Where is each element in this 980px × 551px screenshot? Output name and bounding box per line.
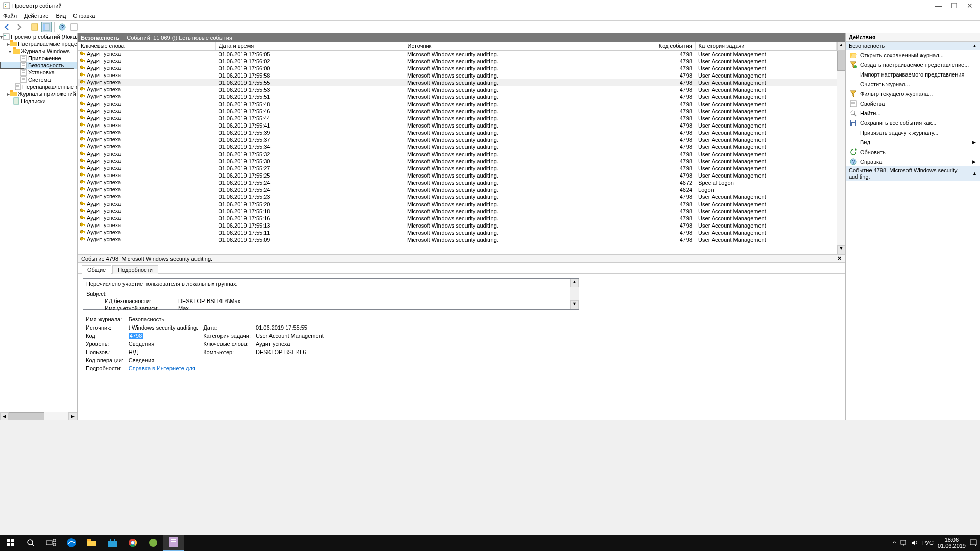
event-row[interactable]: Аудит успеха01.06.2019 17:56:00Microsoft… bbox=[78, 65, 837, 72]
column-header[interactable]: Дата и время bbox=[216, 42, 404, 51]
nav-item[interactable]: Безопасность bbox=[0, 62, 77, 69]
event-row[interactable]: Аудит успеха01.06.2019 17:55:20Microsoft… bbox=[78, 201, 837, 208]
action-item[interactable]: Очистить журнал... bbox=[846, 79, 980, 89]
volume-icon[interactable] bbox=[911, 539, 918, 546]
action-item[interactable]: ?Справка▶ bbox=[846, 157, 980, 166]
online-help-link[interactable]: Справка в Интернете для bbox=[129, 365, 195, 371]
action-item[interactable]: Найти... bbox=[846, 108, 980, 118]
tab-details[interactable]: Подробности bbox=[112, 265, 158, 274]
scroll-thumb[interactable] bbox=[9, 412, 44, 420]
scroll-left-button[interactable]: ◀ bbox=[0, 412, 9, 420]
scroll-down-button[interactable]: ▼ bbox=[837, 245, 845, 254]
extra-button[interactable] bbox=[69, 22, 79, 32]
scroll-up-button[interactable]: ▲ bbox=[570, 279, 579, 287]
maximize-button[interactable]: ☐ bbox=[951, 2, 958, 10]
search-button[interactable] bbox=[20, 535, 41, 551]
edge-icon[interactable] bbox=[61, 535, 82, 551]
nav-tree[interactable]: ▾Просмотр событий (Локальн▸Настраиваемые… bbox=[0, 33, 78, 420]
nav-item[interactable]: Система bbox=[0, 76, 77, 83]
event-row[interactable]: Аудит успеха01.06.2019 17:55:23Microsoft… bbox=[78, 193, 837, 201]
action-item[interactable]: Сохранить все события как... bbox=[846, 118, 980, 128]
event-row[interactable]: Аудит успеха01.06.2019 17:55:44Microsoft… bbox=[78, 115, 837, 122]
column-header[interactable]: Категория задачи bbox=[695, 42, 836, 51]
system-tray[interactable]: ^ РУС 18:06 01.06.2019 bbox=[893, 537, 980, 549]
scroll-thumb[interactable] bbox=[837, 51, 845, 71]
nav-item[interactable]: ▸Журналы приложений и сл bbox=[0, 90, 77, 97]
actions-section-log[interactable]: Безопасность ▲ bbox=[846, 42, 980, 50]
menu-view[interactable]: Вид bbox=[56, 13, 66, 19]
nav-item[interactable]: ▾Просмотр событий (Локальн bbox=[0, 33, 77, 40]
event-row[interactable]: Аудит успеха01.06.2019 17:55:16Microsoft… bbox=[78, 215, 837, 222]
event-row[interactable]: Аудит успеха01.06.2019 17:55:09Microsoft… bbox=[78, 236, 837, 243]
scroll-track[interactable] bbox=[570, 287, 579, 300]
minimize-button[interactable]: — bbox=[935, 2, 942, 10]
event-row[interactable]: Аудит успеха01.06.2019 17:55:24Microsoft… bbox=[78, 179, 837, 186]
event-row[interactable]: Аудит успеха01.06.2019 17:55:37Microsoft… bbox=[78, 136, 837, 143]
tray-clock[interactable]: 18:06 01.06.2019 bbox=[938, 537, 966, 549]
nav-item[interactable]: ▸Настраиваемые представле bbox=[0, 40, 77, 47]
event-row[interactable]: Аудит успеха01.06.2019 17:55:13Microsoft… bbox=[78, 222, 837, 229]
eventviewer-taskbar-icon[interactable] bbox=[163, 535, 184, 551]
action-item[interactable]: Обновить bbox=[846, 147, 980, 157]
menu-action[interactable]: Действие bbox=[24, 13, 48, 19]
expand-icon[interactable]: ▾ bbox=[7, 48, 13, 54]
chrome-icon[interactable] bbox=[122, 535, 143, 551]
action-item[interactable]: Фильтр текущего журнала... bbox=[846, 89, 980, 98]
event-row[interactable]: Аудит успеха01.06.2019 17:56:02Microsoft… bbox=[78, 58, 837, 65]
start-button[interactable] bbox=[0, 535, 20, 551]
help-button[interactable]: ? bbox=[57, 22, 67, 32]
event-row[interactable]: Аудит успеха01.06.2019 17:55:41Microsoft… bbox=[78, 122, 837, 129]
event-row[interactable]: Аудит успеха01.06.2019 17:55:18Microsoft… bbox=[78, 208, 837, 215]
event-row[interactable]: Аудит успеха01.06.2019 17:55:32Microsoft… bbox=[78, 151, 837, 158]
action-item[interactable]: Привязать задачу к журналу... bbox=[846, 128, 980, 137]
grid-scrollbar[interactable]: ▲ ▼ bbox=[837, 42, 845, 254]
action-item[interactable]: Вид▶ bbox=[846, 137, 980, 147]
event-row[interactable]: Аудит успеха01.06.2019 17:55:46Microsoft… bbox=[78, 108, 837, 115]
event-row[interactable]: Аудит успеха01.06.2019 17:55:48Microsoft… bbox=[78, 101, 837, 108]
nav-item[interactable]: ▾Журналы Windows bbox=[0, 47, 77, 55]
action-item[interactable]: Импорт настраиваемого представления bbox=[846, 69, 980, 79]
event-row[interactable]: Аудит успеха01.06.2019 17:55:27Microsoft… bbox=[78, 165, 837, 172]
scroll-up-button[interactable]: ▲ bbox=[837, 42, 845, 51]
event-row[interactable]: Аудит успеха01.06.2019 17:55:39Microsoft… bbox=[78, 129, 837, 136]
column-header[interactable]: Код события bbox=[639, 42, 696, 51]
notifications-icon[interactable] bbox=[970, 539, 977, 546]
nav-item[interactable]: Установка bbox=[0, 69, 77, 76]
explorer-icon[interactable] bbox=[82, 535, 102, 551]
event-row[interactable]: Аудит успеха01.06.2019 17:55:55Microsoft… bbox=[78, 79, 837, 86]
taskbar[interactable]: ^ РУС 18:06 01.06.2019 bbox=[0, 535, 980, 551]
event-row[interactable]: Аудит успеха01.06.2019 17:55:24Microsoft… bbox=[78, 186, 837, 193]
lang-indicator[interactable]: РУС bbox=[922, 540, 934, 546]
network-icon[interactable] bbox=[900, 539, 907, 546]
nav-back-button[interactable] bbox=[2, 22, 12, 32]
menu-file[interactable]: Файл bbox=[3, 13, 17, 19]
show-tree-button[interactable] bbox=[30, 22, 40, 32]
menu-help[interactable]: Справка bbox=[73, 13, 95, 19]
event-row[interactable]: Аудит успеха01.06.2019 17:55:34Microsoft… bbox=[78, 143, 837, 151]
nav-item[interactable]: Перенаправленные соб bbox=[0, 83, 77, 90]
scroll-down-button[interactable]: ▼ bbox=[570, 300, 579, 309]
action-item[interactable]: Открыть сохраненный журнал... bbox=[846, 50, 980, 60]
event-row[interactable]: Аудит успеха01.06.2019 17:55:53Microsoft… bbox=[78, 86, 837, 93]
action-item[interactable]: Свойства bbox=[846, 98, 980, 108]
nav-item[interactable]: Подписки bbox=[0, 97, 77, 105]
close-button[interactable]: ✕ bbox=[967, 2, 973, 10]
nav-scrollbar[interactable]: ◀ ▶ bbox=[0, 412, 77, 420]
event-row[interactable]: Аудит успеха01.06.2019 17:55:51Microsoft… bbox=[78, 93, 837, 101]
event-row[interactable]: Аудит успеха01.06.2019 17:56:05Microsoft… bbox=[78, 51, 837, 58]
taskview-button[interactable] bbox=[41, 535, 61, 551]
event-grid[interactable]: Ключевые словаДата и времяИсточникКод со… bbox=[78, 42, 837, 254]
action-item[interactable]: Создать настраиваемое представление... bbox=[846, 60, 980, 69]
scroll-right-button[interactable]: ▶ bbox=[68, 412, 77, 420]
column-header[interactable]: Ключевые слова bbox=[78, 42, 216, 51]
detail-close-button[interactable]: ✕ bbox=[837, 255, 842, 262]
column-header[interactable]: Источник bbox=[404, 42, 639, 51]
event-row[interactable]: Аудит успеха01.06.2019 17:55:30Microsoft… bbox=[78, 158, 837, 165]
nav-fwd-button[interactable] bbox=[14, 22, 24, 32]
toggle-pane-button[interactable] bbox=[41, 22, 52, 32]
tab-general[interactable]: Общие bbox=[82, 265, 111, 274]
event-row[interactable]: Аудит успеха01.06.2019 17:55:58Microsoft… bbox=[78, 72, 837, 79]
event-row[interactable]: Аудит успеха01.06.2019 17:55:25Microsoft… bbox=[78, 172, 837, 179]
store-icon[interactable] bbox=[102, 535, 122, 551]
event-row[interactable]: Аудит успеха01.06.2019 17:55:11Microsoft… bbox=[78, 229, 837, 236]
